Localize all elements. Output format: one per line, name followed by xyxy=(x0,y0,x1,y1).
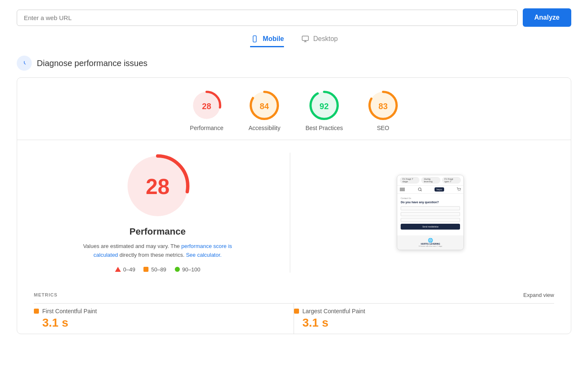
phone-menu-icon xyxy=(400,187,405,192)
metrics-header: METRICS Expand view xyxy=(34,292,554,298)
see-calculator-link[interactable]: See calculator. xyxy=(186,252,222,258)
legend-average: 50–89 xyxy=(143,266,166,273)
best-practices-score-text: 92 xyxy=(320,102,329,111)
phone-footer-sub: Vi leverer alle dine varer 7 dage xyxy=(400,245,461,247)
metric-lcp-label: Largest Contentful Paint xyxy=(302,308,365,314)
accessibility-circle: 84 xyxy=(249,90,279,120)
metric-lcp-value: 3.1 s xyxy=(294,316,554,330)
detail-right: Fri fragt 7 dage Hurtig levering Fri fra… xyxy=(290,153,555,273)
phone-tab-2: Hurtig levering xyxy=(421,177,440,184)
metric-fcp-label: First Contentful Paint xyxy=(42,308,97,314)
desc-mid: directly from these metrics. xyxy=(118,252,186,258)
seo-label: SEO xyxy=(377,125,389,131)
tab-mobile[interactable]: Mobile xyxy=(250,35,284,47)
phone-field-subject xyxy=(401,218,460,222)
phone-footer: 🌐 HURTIG LEVERING Vi leverer alle dine v… xyxy=(397,235,463,250)
legend-pass-range: 90–100 xyxy=(182,266,200,273)
legend-fail: 0–49 xyxy=(115,266,135,273)
svg-rect-0 xyxy=(253,36,257,42)
analyze-button[interactable]: Analyze xyxy=(523,8,571,27)
performance-label: Performance xyxy=(190,125,223,131)
svg-point-22 xyxy=(460,191,460,192)
phone-field-name xyxy=(401,206,460,210)
legend-circle-icon xyxy=(175,267,180,272)
phone-footer-icon: 🌐 xyxy=(400,238,461,243)
metric-lcp-name-row: Largest Contentful Paint xyxy=(294,308,554,314)
score-seo[interactable]: 83 SEO xyxy=(368,90,398,131)
phone-top-bar: Fri fragt 7 dage Hurtig levering Fri fra… xyxy=(397,175,463,186)
legend-pass: 90–100 xyxy=(175,266,200,273)
legend-square-icon xyxy=(143,267,148,272)
legend-row: 0–49 50–89 90–100 xyxy=(115,266,200,273)
phone-tab-1: Fri fragt 7 dage xyxy=(400,177,419,184)
svg-point-21 xyxy=(458,191,459,192)
metrics-title: METRICS xyxy=(34,292,58,297)
performance-score-text: 28 xyxy=(202,102,211,111)
metric-fcp: First Contentful Paint 3.1 s xyxy=(34,303,294,334)
accessibility-score-text: 84 xyxy=(260,102,269,111)
device-tabs: Mobile Desktop xyxy=(0,35,588,47)
metric-lcp-indicator xyxy=(294,309,299,314)
section-icon xyxy=(17,56,32,71)
phone-content: Contact Us Do you have any question? Sen… xyxy=(397,194,463,235)
phone-screenshot: Fri fragt 7 dage Hurtig levering Fri fra… xyxy=(397,175,464,250)
phone-heading: Do you have any question? xyxy=(401,201,460,204)
detail-left: 28 Performance Values are estimated and … xyxy=(34,153,290,273)
section-title: Diagnose performance issues xyxy=(37,59,148,68)
metric-fcp-indicator xyxy=(34,309,39,314)
accessibility-label: Accessibility xyxy=(248,125,280,131)
seo-score-text: 83 xyxy=(378,102,388,111)
detail-section: 28 Performance Values are estimated and … xyxy=(17,140,571,285)
scores-row: 28 Performance 84 Accessibility xyxy=(17,78,571,140)
metric-fcp-name-row: First Contentful Paint xyxy=(34,308,285,314)
seo-circle: 83 xyxy=(368,90,398,120)
section-header: Diagnose performance issues xyxy=(0,56,588,71)
expand-view-button[interactable]: Expand view xyxy=(523,292,554,298)
score-description: Values are estimated and may vary. The p… xyxy=(78,242,237,260)
big-score-value: 28 xyxy=(146,175,169,199)
legend-triangle-icon xyxy=(115,267,121,272)
phone-field-email xyxy=(401,212,460,216)
score-performance[interactable]: 28 Performance xyxy=(190,90,223,131)
url-input[interactable]: https://heyo.dk/pages/kontakt xyxy=(24,14,511,21)
phone-nav: heyo xyxy=(397,186,463,194)
url-input-wrap[interactable]: https://heyo.dk/pages/kontakt xyxy=(17,10,518,26)
phone-contact-label: Contact Us xyxy=(401,197,460,199)
tab-desktop-label: Desktop xyxy=(313,35,338,43)
best-practices-circle: 92 xyxy=(309,90,339,120)
metric-fcp-value: 3.1 s xyxy=(34,316,285,330)
top-bar: https://heyo.dk/pages/kontakt Analyze xyxy=(0,0,588,35)
tab-desktop[interactable]: Desktop xyxy=(301,35,338,47)
svg-rect-2 xyxy=(302,36,308,41)
metrics-grid: First Contentful Paint 3.1 s Largest Con… xyxy=(34,303,554,334)
tab-mobile-label: Mobile xyxy=(263,35,284,43)
phone-search-icon xyxy=(418,187,422,192)
big-performance-circle: 28 xyxy=(124,153,191,220)
best-practices-label: Best Practices xyxy=(305,125,343,131)
main-card: 28 Performance 84 Accessibility xyxy=(17,77,571,334)
phone-cart-icon xyxy=(457,187,461,192)
performance-circle: 28 xyxy=(192,90,222,120)
metrics-section: METRICS Expand view First Contentful Pai… xyxy=(17,285,571,334)
metric-lcp: Largest Contentful Paint 3.1 s xyxy=(294,303,554,334)
mobile-icon xyxy=(250,35,259,43)
phone-submit-btn: Send meddelelse xyxy=(401,224,460,230)
phone-logo: heyo xyxy=(435,187,444,192)
desktop-icon xyxy=(301,35,310,43)
score-accessibility[interactable]: 84 Accessibility xyxy=(248,90,280,131)
legend-average-range: 50–89 xyxy=(151,266,166,273)
big-score-title: Performance xyxy=(129,226,186,237)
legend-fail-range: 0–49 xyxy=(123,266,135,273)
svg-line-20 xyxy=(420,190,421,191)
phone-tab-3: Fri fragt igen 7 xyxy=(442,177,461,184)
desc-static: Values are estimated and may vary. The xyxy=(83,243,182,249)
score-best-practices[interactable]: 92 Best Practices xyxy=(305,90,343,131)
